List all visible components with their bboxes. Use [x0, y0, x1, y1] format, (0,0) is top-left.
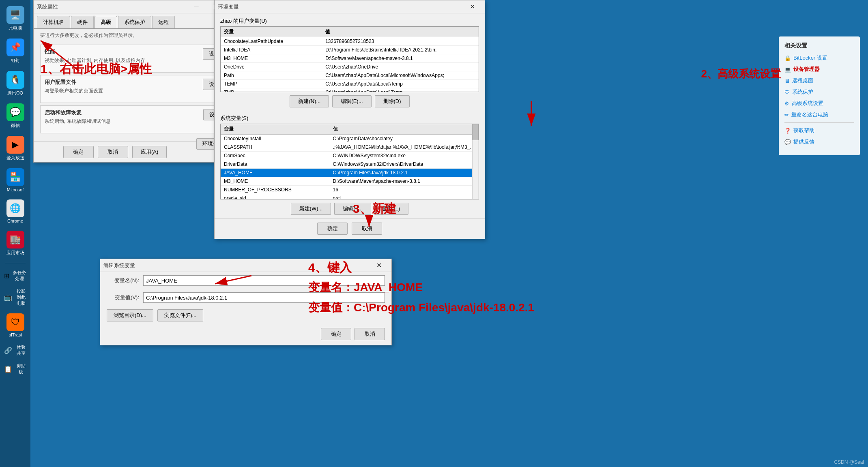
- dingding-icon-label: 钉钉: [11, 58, 20, 64]
- taskbar-icon-altrast[interactable]: 🛡 alTrasi: [3, 311, 28, 339]
- sys-var-value: 16: [330, 186, 479, 194]
- sys-props-cancel-button[interactable]: 取消: [98, 146, 128, 158]
- sys-protect-link[interactable]: 🛡 系统保护: [784, 88, 854, 96]
- taskbar-icon-player[interactable]: ▶ 爱为放送: [3, 134, 28, 163]
- user-vars-table: 变量 值 ChocolateyLastPathUpdate 1326789685…: [221, 27, 479, 92]
- right-panel-title: 相关设置: [784, 42, 854, 49]
- rename-pc-link[interactable]: ✏ 重命名这台电脑: [784, 111, 854, 118]
- taskbar-left: 🖥️ 此电脑 📌 钉钉 🐧 腾讯QQ 💬 微信 ▶ 爱为放送 🏪 Microso…: [0, 0, 30, 467]
- table-row[interactable]: NUMBER_OF_PROCESSORS 16: [221, 186, 479, 194]
- table-row[interactable]: M3_HOME D:\Software\Maven\apache-maven-3…: [221, 177, 479, 186]
- taskbar-icon-qq[interactable]: 🐧 腾讯QQ: [3, 69, 28, 98]
- user-vars-col-value: 值: [322, 27, 479, 37]
- table-row[interactable]: oracle_sid orcl: [221, 194, 479, 199]
- table-row[interactable]: OneDrive C:\Users\zhao\OneDrive: [221, 63, 479, 71]
- user-delete-button[interactable]: 删除(D): [375, 95, 410, 107]
- sys-vars-col-value: 值: [330, 124, 479, 135]
- sys-var-value: C:\Program Files\Java\jdk-18.0.2.1: [330, 169, 479, 177]
- sys-vars-col-name: 变量: [221, 124, 330, 135]
- tab-hardware[interactable]: 硬件: [71, 16, 94, 28]
- taskbar-icon-multitask[interactable]: ⊞ 多任务处理: [2, 268, 29, 283]
- remote-desktop-link[interactable]: 🖥 远程桌面: [784, 77, 854, 84]
- huawei-icon-label: 应用市场: [6, 250, 24, 256]
- user-edit-button[interactable]: 编辑(E)...: [332, 95, 371, 107]
- tab-advanced[interactable]: 高级: [95, 16, 117, 28]
- taskbar-icon-wechat[interactable]: 💬 微信: [3, 101, 28, 131]
- sys-props-apply-button[interactable]: 应用(A): [132, 146, 167, 158]
- table-row[interactable]: IntelliJ IDEA D:\Program Files\JetBrains…: [221, 46, 479, 54]
- perf-desc: 视觉效果, 处理器计划, 内存使用, 以及虚拟内存: [45, 57, 145, 64]
- table-row[interactable]: ChocolateyLastPathUpdate 132678968527218…: [221, 37, 479, 46]
- perf-title: 性能: [45, 48, 145, 56]
- edit-var-title: 编辑系统变量: [103, 262, 135, 269]
- table-row[interactable]: ChocolateyInstall C:\ProgramData\chocola…: [221, 135, 479, 143]
- sys-vars-table: 变量 值 ChocolateyInstall C:\ProgramData\ch…: [221, 124, 479, 199]
- share-label: 休验共享: [15, 344, 27, 356]
- sys-vars-buttons: 新建(W)... 编辑(I)... 删除(L): [215, 199, 485, 218]
- edit-var-browse-buttons: 浏览目录(D)... 浏览文件(F)...: [100, 306, 391, 325]
- env-vars-window-controls: ✕: [463, 1, 481, 13]
- scrollbar-thumb[interactable]: [472, 124, 479, 140]
- browse-file-button[interactable]: 浏览文件(F)...: [157, 309, 203, 321]
- feedback-link[interactable]: 💬 提供反馈: [784, 138, 854, 146]
- user-var-name: ChocolateyLastPathUpdate: [221, 37, 322, 46]
- remote-desktop-label: 远程桌面: [792, 77, 813, 84]
- sys-var-name: JAVA_HOME: [221, 169, 330, 177]
- taskbar-icon-chrome[interactable]: 🌐 Chrome: [3, 197, 28, 225]
- profile-desc: 与登录帐户相关的桌面设置: [45, 88, 103, 94]
- device-mgr-link[interactable]: 💻 设备管理器: [784, 66, 854, 73]
- sys-edit-button[interactable]: 编辑(I)...: [334, 203, 371, 215]
- tab-remote[interactable]: 远程: [152, 16, 175, 28]
- table-row[interactable]: JAVA_HOME C:\Program Files\Java\jdk-18.0…: [221, 169, 479, 177]
- taskbar-icon-thispc[interactable]: 🖥️ 此电脑: [3, 4, 28, 33]
- user-var-value: C:\Users\zhao\OneDrive: [322, 63, 479, 71]
- var-name-row: 变量名(N):: [100, 272, 391, 289]
- user-vars-col-name: 变量: [221, 27, 322, 37]
- sys-protect-icon: 🛡: [784, 89, 790, 95]
- var-value-input[interactable]: [143, 292, 385, 303]
- watermark: CSDN @Seal: [834, 459, 864, 465]
- taskbar-icon-project[interactable]: 📺 投影到此电脑: [2, 287, 29, 308]
- lock-icon: 🔒: [784, 55, 791, 61]
- user-new-button[interactable]: 新建(N)...: [290, 95, 329, 107]
- tab-computer-name[interactable]: 计算机名: [37, 16, 70, 28]
- browse-dir-button[interactable]: 浏览目录(D)...: [107, 309, 153, 321]
- taskbar-icon-clipboard[interactable]: 📋 剪贴板: [2, 361, 29, 377]
- feedback-label: 提供反馈: [793, 138, 814, 146]
- table-row[interactable]: CLASSPATH .;%JAVA_HOME%\lib\dt.jar;%JAVA…: [221, 143, 479, 152]
- device-mgr-label: 设备管理器: [793, 66, 820, 73]
- project-label: 投影到此电脑: [15, 288, 27, 306]
- minimize-button[interactable]: ─: [187, 1, 206, 13]
- edit-var-ok-button[interactable]: 确定: [321, 328, 351, 340]
- table-row[interactable]: ComSpec C:\WINDOWS\system32\cmd.exe: [221, 152, 479, 160]
- taskbar-icon-msstore[interactable]: 🏪 Microsof: [3, 166, 28, 194]
- edit-var-cancel-button[interactable]: 取消: [355, 328, 385, 340]
- env-ok-button[interactable]: 确定: [317, 223, 348, 235]
- sys-var-value: D:\Software\Maven\apache-maven-3.8.1: [330, 177, 479, 186]
- sys-delete-button[interactable]: 删除(L): [374, 203, 408, 215]
- get-help-link[interactable]: ❓ 获取帮助: [784, 127, 854, 134]
- table-row[interactable]: TMP C:\Users\zhao\AppData\Local\Temp: [221, 88, 479, 92]
- scrollbar-track[interactable]: [472, 124, 479, 199]
- table-row[interactable]: Path C:\Users\zhao\AppData\Local\Microso…: [221, 71, 479, 80]
- sys-props-ok-button[interactable]: 确定: [63, 146, 94, 158]
- taskbar-icon-dingding[interactable]: 📌 钉钉: [3, 36, 28, 66]
- table-row[interactable]: TEMP C:\Users\zhao\AppData\Local\Temp: [221, 80, 479, 88]
- tab-sys-protect[interactable]: 系统保护: [118, 16, 151, 28]
- table-row[interactable]: DriverData C:\Windows\System32\Drivers\D…: [221, 160, 479, 169]
- advanced-sys-label: 高级系统设置: [792, 100, 823, 107]
- env-cancel-button[interactable]: 取消: [352, 223, 382, 235]
- get-help-label: 获取帮助: [793, 127, 814, 134]
- user-var-value: C:\Users\zhao\AppData\Local\Microsoft\Wi…: [322, 71, 479, 80]
- env-vars-close-button[interactable]: ✕: [463, 1, 481, 13]
- var-name-input[interactable]: [143, 275, 385, 286]
- taskbar-icon-share[interactable]: 🔗 休验共享: [2, 343, 29, 358]
- taskbar-icon-huawei[interactable]: 🏬 应用市场: [3, 229, 28, 258]
- advanced-sys-link[interactable]: ⚙ 高级系统设置: [784, 100, 854, 107]
- sys-vars-table-wrapper: 变量 值 ChocolateyInstall C:\ProgramData\ch…: [221, 124, 479, 199]
- table-row[interactable]: M3_HOME D:\Software\Maven\apache-maven-3…: [221, 54, 479, 63]
- bitlocker-link[interactable]: 🔒 BitLocker 设置: [784, 54, 854, 62]
- sys-new-button[interactable]: 新建(W)...: [291, 203, 331, 215]
- user-var-value: C:\Users\zhao\AppData\Local\Temp: [322, 80, 479, 88]
- edit-var-close-button[interactable]: ✕: [370, 260, 388, 271]
